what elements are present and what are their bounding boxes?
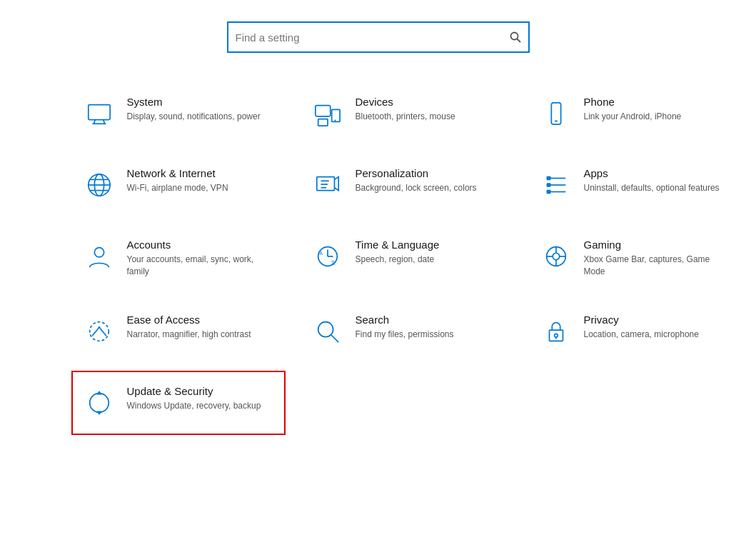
svg-text:A: A [319,251,323,256]
setting-item-time[interactable]: A 文 Time & Language Speech, region, date [300,224,514,292]
setting-desc-accounts: Your accounts, email, sync, work, family [127,254,276,278]
settings-grid: System Display, sound, notifications, po… [29,81,728,435]
search-settings-icon [310,314,346,349]
setting-text-search: Search Find my files, permissions [356,314,454,341]
setting-item-system[interactable]: System Display, sound, notifications, po… [71,81,286,146]
setting-desc-system: Display, sound, notifications, power [127,111,261,123]
setting-item-search[interactable]: Search Find my files, permissions [300,299,514,364]
setting-title-time: Time & Language [356,239,440,251]
ease-icon [81,314,117,349]
search-input[interactable] [236,31,510,44]
setting-desc-ease: Narrator, magnifier, high contrast [127,329,251,341]
setting-title-system: System [127,96,261,108]
search-bar-container [227,21,530,53]
setting-desc-phone: Link your Android, iPhone [584,111,682,123]
network-icon [81,167,117,203]
setting-desc-time: Speech, region, date [356,254,440,266]
update-icon [81,385,117,421]
svg-line-1 [517,39,520,43]
setting-item-apps[interactable]: Apps Uninstall, defaults, optional featu… [528,153,742,217]
svg-marker-47 [96,411,102,415]
setting-title-privacy: Privacy [584,314,699,326]
setting-title-search: Search [356,314,454,326]
setting-title-accounts: Accounts [127,239,276,251]
personalization-icon [310,167,346,203]
setting-desc-devices: Bluetooth, printers, mouse [356,111,455,123]
svg-rect-7 [318,119,327,126]
setting-item-personalization[interactable]: Personalization Background, lock screen,… [300,153,514,217]
setting-text-network: Network & Internet Wi-Fi, airplane mode,… [127,167,228,194]
apps-icon [538,167,574,203]
setting-title-update: Update & Security [127,385,261,397]
svg-rect-17 [316,177,334,191]
setting-text-ease: Ease of Access Narrator, magnifier, high… [127,314,251,341]
monitor-icon [81,96,117,131]
setting-item-privacy[interactable]: Privacy Location, camera, microphone [528,299,742,364]
svg-point-40 [98,326,100,328]
setting-title-devices: Devices [356,96,455,108]
phone-icon [538,96,574,131]
search-button[interactable] [510,31,521,43]
setting-title-gaming: Gaming [584,239,732,251]
setting-item-phone[interactable]: Phone Link your Android, iPhone [528,81,742,146]
setting-title-apps: Apps [584,167,720,179]
setting-title-network: Network & Internet [127,167,228,179]
setting-desc-update: Windows Update, recovery, backup [127,400,261,412]
setting-text-privacy: Privacy Location, camera, microphone [584,314,699,341]
search-bar [227,21,530,53]
svg-rect-25 [546,183,550,187]
settings-page: System Display, sound, notifications, po… [0,0,756,545]
setting-desc-network: Wi-Fi, airplane mode, VPN [127,182,228,194]
setting-item-update[interactable]: Update & Security Windows Update, recove… [71,371,286,435]
search-icon [510,31,521,43]
svg-point-41 [318,321,333,336]
setting-text-personalization: Personalization Background, lock screen,… [356,167,477,194]
accounts-icon [81,239,117,274]
svg-rect-43 [549,330,563,341]
setting-desc-search: Find my files, permissions [356,329,454,341]
setting-text-time: Time & Language Speech, region, date [356,239,440,266]
gaming-icon [538,239,574,274]
svg-marker-46 [96,390,102,394]
setting-item-ease[interactable]: Ease of Access Narrator, magnifier, high… [71,299,286,364]
svg-rect-26 [546,190,550,194]
svg-rect-6 [315,106,330,116]
svg-point-39 [89,321,109,341]
svg-line-42 [331,334,338,341]
setting-item-network[interactable]: Network & Internet Wi-Fi, airplane mode,… [71,153,286,217]
setting-text-devices: Devices Bluetooth, printers, mouse [356,96,455,123]
setting-text-system: System Display, sound, notifications, po… [127,96,261,123]
svg-rect-24 [546,176,550,181]
svg-point-0 [510,33,518,40]
setting-text-accounts: Accounts Your accounts, email, sync, wor… [127,239,276,278]
svg-rect-8 [331,109,339,121]
setting-title-ease: Ease of Access [127,314,251,326]
svg-text:文: 文 [330,260,335,265]
privacy-icon [538,314,574,349]
svg-point-44 [554,334,558,337]
setting-item-gaming[interactable]: Gaming Xbox Game Bar, captures, Game Mod… [528,224,742,292]
setting-item-devices[interactable]: Devices Bluetooth, printers, mouse [300,81,514,146]
setting-title-phone: Phone [584,96,682,108]
setting-desc-privacy: Location, camera, microphone [584,329,699,341]
svg-rect-2 [88,105,109,120]
setting-title-personalization: Personalization [356,167,477,179]
setting-text-phone: Phone Link your Android, iPhone [584,96,682,123]
setting-desc-apps: Uninstall, defaults, optional features [584,182,720,194]
setting-desc-gaming: Xbox Game Bar, captures, Game Mode [584,254,732,278]
svg-point-27 [94,248,104,257]
setting-text-update: Update & Security Windows Update, recove… [127,385,261,412]
svg-point-34 [553,253,560,260]
setting-text-apps: Apps Uninstall, defaults, optional featu… [584,167,720,194]
setting-item-accounts[interactable]: Accounts Your accounts, email, sync, wor… [71,224,286,292]
setting-text-gaming: Gaming Xbox Game Bar, captures, Game Mod… [584,239,732,278]
setting-desc-personalization: Background, lock screen, colors [356,182,477,194]
devices-icon [310,96,346,131]
time-icon: A 文 [310,239,346,274]
